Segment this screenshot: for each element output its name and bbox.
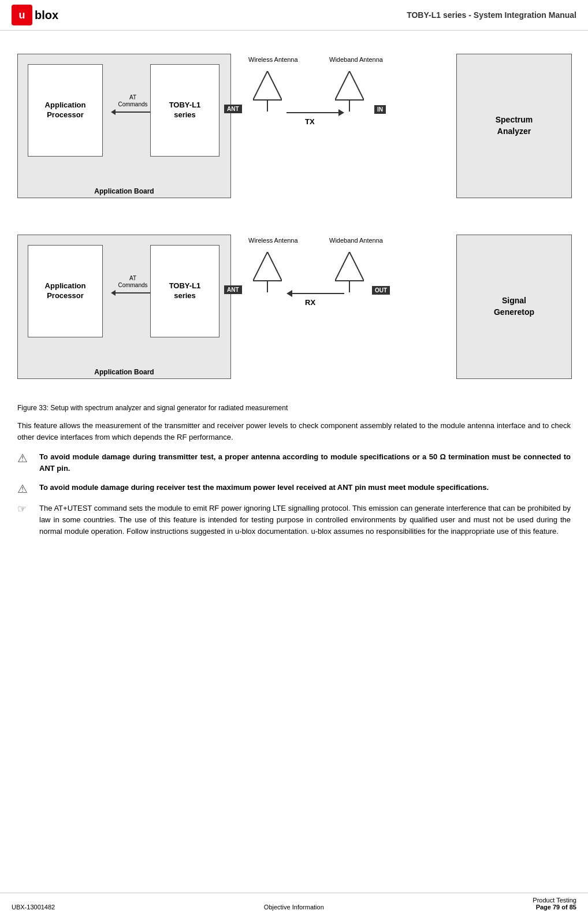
warning-block-1: ⚠ To avoid module damage during transmit…: [17, 451, 571, 474]
in-badge-1: IN: [374, 105, 386, 114]
page-number: Page 79 of 85: [533, 904, 576, 911]
toby-label-1: TOBY-L1 series: [169, 101, 201, 120]
at-arrow-1: [111, 109, 155, 115]
app-processor-1: Application Processor: [28, 64, 103, 157]
out-badge-2: OUT: [372, 286, 390, 295]
tx-label-1: TX: [305, 117, 315, 126]
app-board-label-1: Application Board: [18, 185, 230, 198]
logo: u blox: [12, 5, 58, 25]
instrument-label-1: Spectrum Analyzer: [496, 114, 533, 137]
at-commands-label-1: AT Commands: [118, 94, 147, 108]
svg-marker-6: [335, 252, 364, 281]
footer-product: Product Testing: [533, 897, 576, 904]
wireless-antenna-label-1: Wireless Antenna: [248, 56, 298, 64]
diagram2-wrapper: Application Board Application Processor …: [17, 223, 571, 393]
footer: UBX-13001482 Objective Information Produ…: [0, 893, 588, 914]
warning-icon-2: ⚠: [17, 482, 34, 496]
wideband-antenna-svg-1: [335, 71, 364, 112]
wireless-antenna-svg-2: [253, 252, 282, 292]
ant-badge-1: ANT: [224, 105, 242, 113]
arrow-left-2: [111, 290, 116, 296]
ant-badge-2: ANT: [224, 285, 242, 294]
rx-arrow-line-2: [292, 293, 344, 294]
instrument-box-2: Signal Generetор: [456, 235, 572, 379]
rx-arrow-2: [286, 290, 344, 297]
warning-text-1: To avoid module damage during transmitte…: [39, 451, 571, 474]
figure-caption: Figure 33: Setup with spectrum analyzer …: [17, 404, 571, 412]
warning-text-2: To avoid module damage during receiver t…: [39, 482, 489, 493]
main-content: Application Board Application Processor …: [0, 31, 588, 556]
footer-left: UBX-13001482: [12, 904, 55, 911]
page-header: u blox TOBY-L1 series - System Integrati…: [0, 0, 588, 31]
footer-right: Product Testing Page 79 of 85: [533, 897, 576, 911]
diagram2: Application Board Application Processor …: [17, 223, 572, 393]
wireless-antenna-label-2: Wireless Antenna: [248, 237, 298, 244]
instrument-label-2: Signal Generetор: [494, 295, 534, 318]
diagram1: Application Board Application Processor …: [17, 42, 572, 213]
svg-marker-0: [253, 71, 282, 100]
page-title: TOBY-L1 series - System Integration Manu…: [407, 10, 576, 20]
at-commands-label-2: AT Commands: [118, 275, 147, 289]
app-processor-2: Application Processor: [28, 245, 103, 337]
footer-center: Objective Information: [264, 904, 324, 911]
note-icon: ☞: [17, 503, 34, 515]
wideband-antenna-svg-2: [335, 252, 364, 292]
toby-label-2: TOBY-L1 series: [169, 281, 201, 301]
toby-box-1: TOBY-L1 series: [150, 64, 219, 157]
arrow-left-1: [111, 109, 116, 115]
app-processor-label-1: Application Processor: [45, 101, 86, 120]
at-arrow-2: [111, 290, 155, 296]
diagram1-wrapper: Application Board Application Processor …: [17, 42, 571, 213]
rx-label-2: RX: [305, 298, 315, 307]
wireless-antenna-svg-1: [253, 71, 282, 112]
logo-icon: u: [12, 5, 32, 25]
logo-text: blox: [35, 9, 58, 22]
tx-arrow-head-1: [338, 109, 344, 116]
rx-arrow-head-2: [286, 290, 292, 297]
body-text: This feature allows the measurement of t…: [17, 420, 571, 443]
toby-box-2: TOBY-L1 series: [150, 245, 219, 337]
tx-arrow-line-1: [286, 112, 338, 113]
note-block: ☞ The AT+UTEST command sets the module t…: [17, 503, 571, 537]
note-text: The AT+UTEST command sets the module to …: [39, 503, 571, 537]
warning-block-2: ⚠ To avoid module damage during receiver…: [17, 482, 571, 496]
svg-marker-2: [335, 71, 364, 100]
app-board-label-2: Application Board: [18, 366, 230, 378]
arrow-line-1: [116, 112, 150, 113]
warning-icon-1: ⚠: [17, 451, 34, 465]
svg-marker-4: [253, 252, 282, 281]
arrow-line-2: [116, 292, 150, 293]
wideband-antenna-label-2: Wideband Antenna: [329, 237, 383, 244]
instrument-box-1: Spectrum Analyzer: [456, 54, 572, 198]
wideband-antenna-label-1: Wideband Antenna: [329, 56, 383, 64]
app-processor-label-2: Application Processor: [45, 281, 86, 301]
tx-arrow-1: [286, 109, 344, 116]
